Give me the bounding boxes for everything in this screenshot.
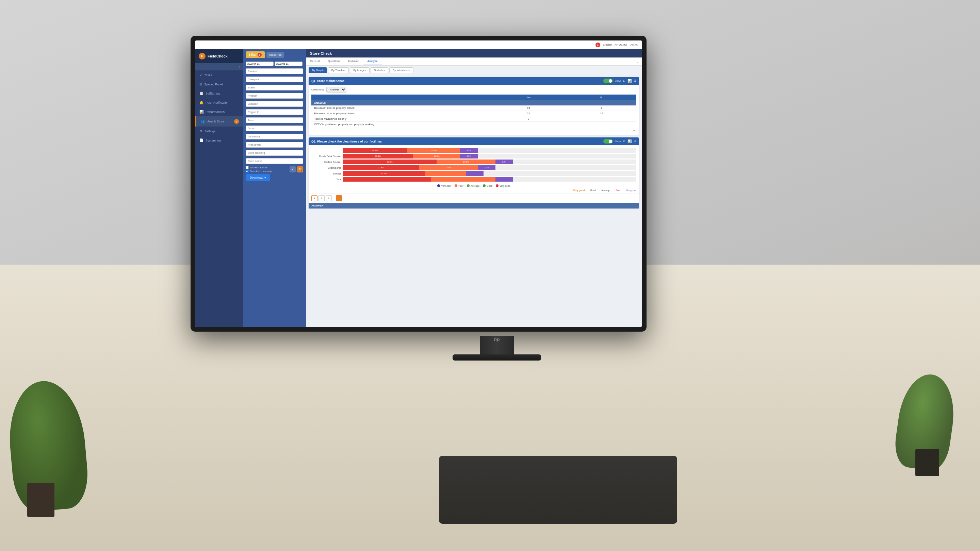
q1-chart-icon[interactable]: 📊 — [627, 79, 632, 83]
tab-analyze[interactable]: Analyze — [363, 57, 382, 65]
completed-data-checkbox[interactable]: Completed data only — [246, 170, 288, 173]
date-from-input[interactable] — [246, 62, 274, 66]
table-row: Backroom door is properly closed 15 14 — [311, 111, 636, 116]
page-next-btn[interactable]: › — [336, 195, 342, 202]
date-to-input[interactable] — [275, 62, 302, 66]
hp-logo: hp — [494, 337, 500, 342]
tab-invitation[interactable]: Invitation — [344, 57, 363, 65]
user-store-badge: 1 — [234, 119, 239, 124]
sidebar-item-push-notification[interactable]: 🔔 Push Notification — [195, 98, 243, 107]
screen: 2 English AP DEMO Dec 02 F FieldCheck ‹ — [195, 40, 642, 327]
filter-brand[interactable] — [246, 85, 303, 91]
chart-row-storage: Storage 22.5% — [311, 171, 636, 176]
q1-body: Column by Answer Yes — [309, 85, 639, 135]
q2-show-label: Show — [615, 140, 621, 143]
filter-group[interactable] — [246, 125, 303, 131]
user-label: AP DEMO — [614, 43, 627, 46]
filter-search-row: Answers from all Completed data only ‹ 🔍 — [246, 166, 303, 173]
filter-area[interactable] — [246, 118, 303, 123]
date-range — [246, 62, 303, 66]
sidebar-item-selfsurvey[interactable]: 📋 SelfSurvey — [195, 89, 243, 98]
sidebar-item-settings[interactable]: ⚙ Settings — [195, 127, 243, 136]
q1-col-empty — [311, 95, 490, 100]
filter-region[interactable] — [246, 109, 303, 115]
sidebar-collapse-btn[interactable]: ‹ — [195, 63, 243, 70]
tab-questions[interactable]: Questions — [324, 57, 344, 65]
notification-badge[interactable]: 2 — [595, 43, 600, 47]
answer-label-bar: ANSWER — [309, 203, 639, 208]
q1-header: Q1. Store maintenance Show 17 📊 ⬇ — [309, 77, 639, 85]
q1-title: Q1. Store maintenance — [311, 79, 345, 83]
view-tab-statistics[interactable]: Statistics — [371, 67, 388, 73]
nav-prev-btn[interactable]: ‹ — [290, 166, 296, 172]
right-axis-labels: Very good Good Average Poor Very poor — [311, 189, 636, 192]
view-tab-by-graph[interactable]: By Graph — [309, 67, 327, 73]
settings-icon: ⚙ — [199, 129, 202, 133]
filter-product[interactable] — [246, 68, 303, 74]
filter-distributor[interactable] — [246, 134, 303, 140]
topbar: 2 English AP DEMO Dec 02 — [195, 40, 642, 49]
q1-col-no: No — [567, 95, 636, 100]
q2-bar-chart: 20.4% 17.8% 3.2% Food / Drink Counter — [309, 145, 639, 194]
download-btn[interactable]: Download ▾ — [246, 174, 270, 181]
column-by-row: Column by Answer — [311, 87, 636, 92]
main-tabs: General Questions Invitation Analyze ⌄ — [306, 57, 642, 66]
sidebar-item-performances[interactable]: 📊 Performances — [195, 107, 243, 116]
page-btn-3[interactable]: 3 — [326, 195, 332, 202]
sidebar-item-special-panel[interactable]: ⊞ Special Panel — [195, 79, 243, 89]
q1-count: 17 — [623, 79, 625, 82]
filter-button[interactable]: Filter 1 — [246, 51, 265, 58]
q1-col-yes: Yes — [490, 95, 567, 100]
view-tab-by-interviewer[interactable]: By Interviewer — [389, 67, 414, 73]
legend-good: Good — [483, 184, 492, 187]
q1-expand-row[interactable]: ⌄ — [311, 127, 636, 133]
view-tab-by-images[interactable]: By Images — [350, 67, 369, 73]
filter-areagroup[interactable] — [246, 142, 303, 148]
q2-controls: Show 17 📊 ⬇ — [603, 139, 636, 143]
q2-header: Q2. Please check the cleanliness of our … — [309, 137, 639, 145]
language-selector[interactable]: English — [603, 43, 612, 46]
filter-storeranking[interactable] — [246, 150, 303, 156]
q2-section: Q2. Please check the cleanliness of our … — [309, 137, 639, 208]
column-by-label: Column by — [311, 88, 324, 91]
tasks-icon: ✓ — [199, 73, 202, 77]
chart-row-cashier: Cashier Counter 30.5% 18.2% 3.2% — [311, 159, 636, 164]
push-notification-icon: 🔔 — [199, 101, 204, 105]
sidebar-item-tasks[interactable]: ✓ Tasks — [195, 70, 243, 79]
sidebar: F FieldCheck ‹ ✓ Tasks ⊞ Special Panel — [195, 49, 243, 327]
filter-location[interactable] — [246, 101, 303, 107]
q1-controls: Show 17 📊 ⬇ — [603, 79, 636, 83]
q2-download-icon[interactable]: ⬇ — [633, 140, 636, 143]
q2-toggle[interactable] — [603, 139, 613, 143]
pagination-row: 1 2 3 ... › — [309, 194, 639, 203]
tab-expand-btn[interactable]: ⌄ — [633, 57, 642, 65]
q1-table: Yes No ANSWER — [311, 95, 636, 127]
selfsurvey-icon: 📋 — [199, 92, 204, 95]
sidebar-item-user-store[interactable]: 👥 User & Store 1 — [195, 116, 243, 127]
column-by-select[interactable]: Answer — [326, 87, 347, 92]
legend-verygood: Very good — [496, 184, 511, 187]
content-area: Q1. Store maintenance Show 17 📊 ⬇ — [306, 75, 642, 327]
search-btn[interactable]: 🔍 — [297, 166, 303, 172]
logo-icon: F — [199, 53, 205, 60]
q2-chart-icon[interactable]: 📊 — [627, 140, 632, 143]
page-btn-2[interactable]: 2 — [318, 195, 325, 202]
q2-title: Q2. Please check the cleanliness of our … — [311, 140, 382, 143]
keyboard — [439, 456, 677, 524]
q2-count: 17 — [623, 140, 625, 143]
filter-product2[interactable] — [246, 93, 303, 98]
filter-category[interactable] — [246, 76, 303, 82]
legend-poor: Poor — [455, 184, 463, 187]
view-tab-by-timeline[interactable]: By Timeline — [328, 67, 349, 73]
sidebar-item-systemlog[interactable]: 📄 System log — [195, 136, 243, 145]
crosstab-button[interactable]: Cross-Tab — [266, 52, 284, 58]
page-btn-1[interactable]: 1 — [311, 195, 318, 202]
monitor: 2 English AP DEMO Dec 02 F FieldCheck ‹ — [191, 36, 646, 332]
q1-download-icon[interactable]: ⬇ — [633, 79, 636, 83]
answers-from-all-checkbox[interactable]: Answers from all — [246, 166, 288, 169]
table-row: Toilet is maintained cleanly 3 — [311, 116, 636, 122]
q1-toggle[interactable] — [603, 79, 613, 83]
tab-general[interactable]: General — [306, 57, 324, 65]
filter-storename[interactable] — [246, 158, 303, 164]
view-tabs: By Graph By Timeline By Images Statistic… — [306, 66, 642, 75]
